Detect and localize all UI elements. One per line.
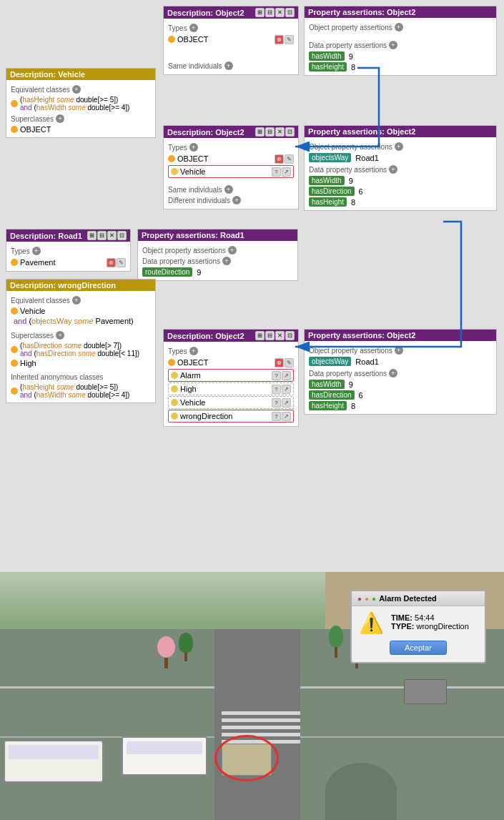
ctrl-m2[interactable]: ⊟ xyxy=(265,127,275,137)
prop-road1-title: Property assertions: Road1 xyxy=(142,231,244,239)
types-add-bot[interactable]: + xyxy=(189,347,198,355)
accept-button[interactable]: Aceptar xyxy=(390,641,447,655)
alarm-dialog: ● ● ● Alarm Detected ⚠️ TIME: 54:44 TYPE… xyxy=(350,590,486,663)
prop-object2-top-title: Property assertions: Object2 xyxy=(308,8,415,16)
bot-ctrl1[interactable]: ⊞ xyxy=(255,331,265,340)
vehicle-ctrl1[interactable]: ? xyxy=(272,167,281,177)
ctrl-m3[interactable]: ✕ xyxy=(275,127,285,137)
vehicle-ctrl1-bot[interactable]: ? xyxy=(272,398,281,407)
same-add[interactable]: + xyxy=(224,61,233,70)
same-individuals-mid: Same individuals + xyxy=(168,185,294,194)
r1-ctrl3[interactable]: ✕ xyxy=(107,231,117,240)
ctrl-btn-2[interactable]: ⊟ xyxy=(265,8,275,17)
high-ctrl2[interactable]: ↗ xyxy=(282,385,291,394)
ctrl-btn-1[interactable]: ⊞ xyxy=(255,8,265,17)
superclasses-add-btn[interactable]: + xyxy=(56,114,64,123)
alarm-ctrl2[interactable]: ↗ xyxy=(282,371,291,380)
del-btn-bot[interactable]: ⊗ xyxy=(275,358,284,367)
diff-add-mid[interactable]: + xyxy=(232,196,241,204)
wrongdir-ctrl2[interactable]: ↗ xyxy=(282,412,291,421)
data-add-road1[interactable]: + xyxy=(222,257,231,265)
window-controls: ⊞ ⊟ ✕ ⊡ xyxy=(255,8,295,17)
inherited-label-wd: Inherited anonymous classes xyxy=(11,373,151,381)
prop-object2-mid-panel: Property assertions: Object2 Object prop… xyxy=(304,125,497,211)
hasdirection-super-wd: (hasDirection some double[> 7])and (hasD… xyxy=(11,341,151,358)
types-label-road1: Types + xyxy=(11,247,126,255)
data-prop-add-mid[interactable]: + xyxy=(389,165,397,174)
equiv-content: (hasHeight some double[>= 5]) and (hasWi… xyxy=(11,95,151,112)
ctrl-m4[interactable]: ⊡ xyxy=(285,127,295,137)
vehicle-ctrl2[interactable]: ↗ xyxy=(282,167,291,177)
bot-ctrl3[interactable]: ✕ xyxy=(275,331,285,340)
objectsway-row-mid: objectsWay Road1 xyxy=(309,152,492,163)
objectsway-tag-mid: objectsWay xyxy=(309,153,351,162)
object-type-row: OBJECT ⊗ ✎ xyxy=(168,34,294,45)
prop-road1-panel: Property assertions: Road1 Object proper… xyxy=(137,229,298,281)
pave-edit[interactable]: ✎ xyxy=(117,258,126,267)
high-ctrl1[interactable]: ? xyxy=(272,385,281,394)
tree-1 xyxy=(179,633,193,661)
desc-object2-top-title: Description: Object2 xyxy=(167,9,244,17)
high-super-wd: High xyxy=(11,358,151,368)
different-individuals-mid: Different individuals + xyxy=(168,196,294,204)
desc-object2-top-panel: Description: Object2 ⊞ ⊟ ✕ ⊡ Types + OBJ… xyxy=(163,6,299,75)
desc-object2-mid-header: Description: Object2 ⊞ ⊟ ✕ ⊡ xyxy=(164,126,298,138)
haswidth-tag: hasWidth xyxy=(309,51,345,61)
r1-ctrl2[interactable]: ⊟ xyxy=(97,231,107,240)
edit-btn[interactable]: ✎ xyxy=(285,35,294,44)
obj-add-bot[interactable]: + xyxy=(395,346,403,355)
object-row-mid: OBJECT ⊗ ✎ xyxy=(168,153,294,164)
ctrl-btn-4[interactable]: ⊡ xyxy=(285,8,295,17)
cw3 xyxy=(222,726,300,729)
same-add-mid[interactable]: + xyxy=(224,185,233,194)
ctrl-m1[interactable]: ⊞ xyxy=(255,127,265,137)
bus-center xyxy=(122,736,207,776)
obj-add-road1[interactable]: + xyxy=(228,246,237,255)
object-ctrls: ⊗ ✎ xyxy=(275,35,294,44)
wrongdir-ctrl1[interactable]: ? xyxy=(272,412,281,421)
desc-object2-bot-header: Description: Object2 ⊞ ⊟ ✕ ⊡ xyxy=(164,330,298,342)
types-add-top[interactable]: + xyxy=(189,24,198,32)
del-btn-mid[interactable]: ⊗ xyxy=(275,154,284,164)
equiv-add-btn[interactable]: + xyxy=(72,85,81,94)
alarm-ctrl1[interactable]: ? xyxy=(272,371,281,380)
edit-btn-bot[interactable]: ✎ xyxy=(285,358,294,367)
types-add-mid[interactable]: + xyxy=(189,143,198,152)
haswidth-row-mid: hasWidth 9 xyxy=(309,175,492,186)
same-individuals-label: Same individuals + xyxy=(168,61,294,70)
desc-wrongdir-panel: Description: wrongDirection Equivalent c… xyxy=(6,279,156,403)
desc-vehicle-body: Equivalent classes + (hasHeight some dou… xyxy=(6,80,155,137)
pave-del[interactable]: ⊗ xyxy=(107,258,116,267)
desc-vehicle-panel: Description: Vehicle Equivalent classes … xyxy=(6,68,156,138)
del-btn[interactable]: ⊗ xyxy=(275,35,284,44)
obj-prop-label-top: Object property assertions + xyxy=(309,23,492,31)
data-add-bot[interactable]: + xyxy=(389,369,397,377)
desc-vehicle-title: Description: Vehicle xyxy=(10,70,85,79)
equiv-add-wd[interactable]: + xyxy=(72,296,81,305)
obj-prop-bot: Object property assertions + xyxy=(309,346,492,355)
window-controls-mid: ⊞ ⊟ ✕ ⊡ xyxy=(255,127,295,137)
edit-btn-mid[interactable]: ✎ xyxy=(285,154,294,164)
vehicle-ctrl2-bot[interactable]: ↗ xyxy=(282,398,291,407)
object-dot xyxy=(168,36,175,43)
hasheight-row-mid: hasHeight 8 xyxy=(309,197,492,207)
cw4 xyxy=(222,733,300,736)
data-prop-add[interactable]: + xyxy=(389,41,397,49)
superclasses-label: Superclasses + xyxy=(11,114,151,123)
obj-prop-add-mid[interactable]: + xyxy=(395,142,403,151)
routedirection-row: routeDirection 9 xyxy=(142,267,293,277)
r1-ctrl1[interactable]: ⊞ xyxy=(87,231,97,240)
types-label-top: Types + xyxy=(168,24,294,32)
desc-road1-body: Types + Pavement ⊗ ✎ xyxy=(6,242,130,271)
superclass-item: OBJECT xyxy=(11,124,151,134)
bot-ctrl2[interactable]: ⊟ xyxy=(265,331,275,340)
r1-ctrl4[interactable]: ⊡ xyxy=(117,231,127,240)
obj-prop-add[interactable]: + xyxy=(395,23,403,31)
alarm-row-bot: Alarm ? ↗ xyxy=(168,369,294,382)
roundabout xyxy=(325,763,397,820)
types-add-road1[interactable]: + xyxy=(32,247,41,255)
ctrl-btn-3[interactable]: ✕ xyxy=(275,8,285,17)
super-add-wd[interactable]: + xyxy=(56,331,64,340)
prop-road1-body: Object property assertions + Data proper… xyxy=(138,241,297,280)
bot-ctrl4[interactable]: ⊡ xyxy=(285,331,295,340)
